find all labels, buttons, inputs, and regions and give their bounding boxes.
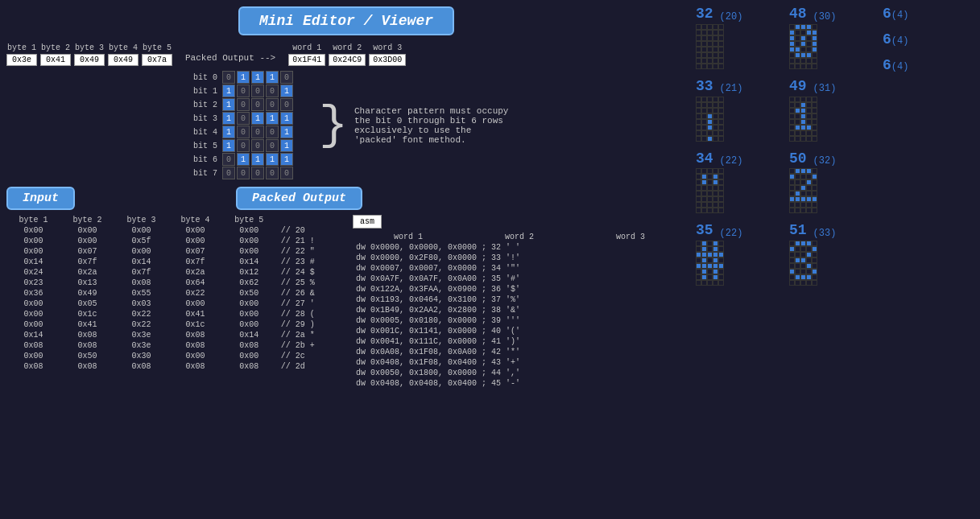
- bit-grid-container: bit 001110bit 110001bit 210000bit 310111…: [192, 71, 293, 180]
- bit-cell-2-0[interactable]: 1: [222, 98, 235, 111]
- char-pixel-51-6-1: [795, 274, 800, 280]
- bit-cell-0-2[interactable]: 1: [251, 71, 264, 84]
- bit-cell-0-0[interactable]: 0: [222, 71, 235, 84]
- char-pixel-51-0-4: [812, 241, 817, 246]
- bit-cell-1-0[interactable]: 1: [222, 84, 235, 97]
- bit-cell-3-4[interactable]: 1: [280, 112, 293, 125]
- char-column-1: 32(20)33(21)34(22)35(22): [696, 6, 784, 513]
- bit-cell-1-4[interactable]: 1: [280, 84, 293, 97]
- char-pixel-50-5-2: [800, 196, 806, 202]
- bit-cell-4-1[interactable]: 0: [237, 126, 250, 138]
- byte-val-4[interactable]: 0x49: [108, 54, 139, 66]
- char-pixel-49-6-0: [789, 130, 795, 136]
- char-pixel-50-2-0: [789, 179, 795, 185]
- input-cell-3-3: 0x7f: [168, 257, 222, 267]
- input-cell-5-4: 0x62: [222, 278, 276, 288]
- bit-cell-2-1[interactable]: 0: [237, 98, 250, 111]
- bit-cell-7-1[interactable]: 0: [237, 167, 250, 179]
- char-pixel-32-6-1: [701, 58, 707, 64]
- char-pixel-32-7-0: [696, 64, 701, 69]
- bit-cell-5-2[interactable]: 0: [251, 139, 264, 152]
- output-cell-9: dw 0x0041, 0x111C, 0x0000 ; 41 ')': [353, 336, 686, 347]
- char-pixel-49-7-0: [789, 136, 795, 142]
- char-pixel-49-3-3: [806, 113, 812, 119]
- input-cell-4-2: 0x7f: [114, 267, 168, 278]
- char-pixel-49-5-3: [806, 125, 812, 130]
- input-cell-0-0: 0x00: [6, 225, 60, 236]
- char-pixel-50-5-1: [795, 196, 800, 202]
- char-pixel-32-7-1: [701, 64, 707, 69]
- bit-cell-7-4[interactable]: 0: [280, 167, 293, 179]
- bit-cell-3-2[interactable]: 1: [251, 112, 264, 125]
- char-pixel-48-4-4: [812, 47, 817, 52]
- char-pixel-32-2-2: [707, 35, 713, 41]
- input-row-5: 0x230x130x080x640x62// 25 %: [6, 278, 340, 288]
- bit-cell-7-0[interactable]: 0: [222, 167, 235, 179]
- char-pixel-49-4-4: [812, 119, 817, 125]
- bit-cell-4-0[interactable]: 1: [222, 126, 235, 138]
- char-number-34: 34: [696, 151, 713, 167]
- char-grid-49: [789, 97, 878, 142]
- char-number-51: 51: [789, 223, 807, 239]
- char-pixel-34-3-1: [701, 185, 707, 191]
- char-pixel-50-4-4: [812, 191, 817, 196]
- char-pixel-51-7-1: [795, 280, 800, 286]
- bit-cell-6-3[interactable]: 1: [266, 153, 279, 166]
- bit-cell-2-4[interactable]: 0: [280, 98, 293, 111]
- bit-cell-5-4[interactable]: 1: [280, 139, 293, 152]
- char-pixel-32-2-1: [701, 35, 707, 41]
- char-pixel-32-3-0: [696, 41, 701, 47]
- char-pixel-34-1-3: [713, 174, 718, 179]
- bit-cell-4-4[interactable]: 1: [280, 126, 293, 138]
- word-val-3[interactable]: 0x3D00: [369, 54, 406, 66]
- char-pixel-32-4-2: [707, 47, 713, 52]
- bit-cell-4-3[interactable]: 0: [266, 126, 279, 138]
- bit-cell-6-0[interactable]: 0: [222, 153, 235, 166]
- char-pixel-33-4-0: [696, 119, 701, 125]
- asm-tab[interactable]: asm: [353, 215, 382, 229]
- word-val-2[interactable]: 0x24C9: [329, 54, 366, 66]
- bit-cell-5-3[interactable]: 0: [266, 139, 279, 152]
- char-pixel-35-5-0: [696, 269, 701, 274]
- char-pixel-34-4-2: [707, 191, 713, 196]
- char-pixel-48-7-2: [800, 64, 806, 69]
- bit-cell-3-1[interactable]: 0: [237, 112, 250, 125]
- char-pixel-32-0-2: [707, 24, 713, 30]
- byte-val-1[interactable]: 0x3e: [6, 54, 37, 66]
- char-pixel-34-6-2: [707, 202, 713, 208]
- bit-cell-5-0[interactable]: 1: [222, 139, 235, 152]
- bit-cell-2-3[interactable]: 0: [266, 98, 279, 111]
- bit-cell-4-2[interactable]: 0: [251, 126, 264, 138]
- bit-cell-1-3[interactable]: 0: [266, 84, 279, 97]
- bit-cell-3-3[interactable]: 1: [266, 112, 279, 125]
- byte-val-2[interactable]: 0x41: [40, 54, 71, 66]
- char-pixel-48-0-2: [800, 24, 806, 30]
- bit-cell-6-2[interactable]: 1: [251, 153, 264, 166]
- bit-cell-6-1[interactable]: 1: [237, 153, 250, 166]
- byte-val-3[interactable]: 0x49: [74, 54, 105, 66]
- bit-cell-2-2[interactable]: 0: [251, 98, 264, 111]
- input-cell-0-5: // 20: [276, 225, 340, 236]
- bit-cell-5-1[interactable]: 0: [237, 139, 250, 152]
- char-pixel-49-3-4: [812, 113, 817, 119]
- bit-cell-6-4[interactable]: 1: [280, 153, 293, 166]
- input-cell-11-0: 0x08: [6, 340, 60, 351]
- bit-cell-0-1[interactable]: 1: [237, 71, 250, 84]
- char-grid-34: [696, 168, 784, 213]
- bit-cell-0-3[interactable]: 1: [266, 71, 279, 84]
- bit-cell-3-0[interactable]: 1: [222, 112, 235, 125]
- char-pixel-50-0-0: [789, 168, 795, 174]
- bit-cell-7-2[interactable]: 0: [251, 167, 264, 179]
- bit-cell-0-4[interactable]: 0: [280, 71, 293, 84]
- char-pixel-51-3-1: [795, 257, 800, 263]
- bit-row-2: bit 210000: [192, 98, 293, 111]
- byte-val-5[interactable]: 0x7a: [142, 54, 172, 66]
- word-val-1[interactable]: 0x1F41: [288, 54, 325, 66]
- char-pixel-35-0-0: [696, 241, 701, 246]
- bit-cell-7-3[interactable]: 0: [266, 167, 279, 179]
- char-pixel-32-1-1: [701, 30, 707, 35]
- bit-cell-1-2[interactable]: 0: [251, 84, 264, 97]
- char-pixel-51-2-2: [800, 252, 806, 257]
- char-pixel-49-4-2: [800, 119, 806, 125]
- bit-cell-1-1[interactable]: 0: [237, 84, 250, 97]
